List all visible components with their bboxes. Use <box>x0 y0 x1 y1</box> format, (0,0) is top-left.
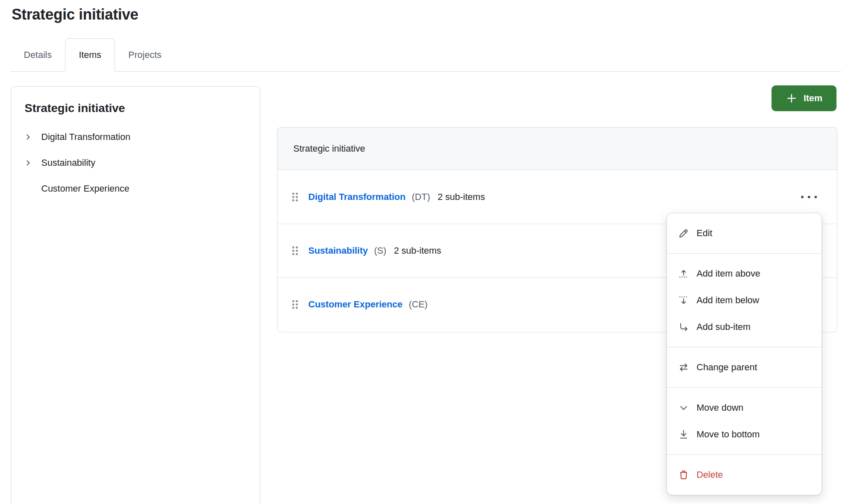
menu-item-label: Edit <box>697 228 712 239</box>
page-title: Strategic initiative <box>12 6 138 23</box>
add-item-button[interactable]: Item <box>772 85 837 111</box>
tree-item-label: Digital Transformation <box>41 132 130 142</box>
menu-item-label: Add item below <box>697 295 759 306</box>
tree-item-sustainability[interactable]: Sustainability <box>25 150 247 176</box>
menu-item-label: Delete <box>697 469 723 480</box>
menu-item-add-item-above[interactable]: Add item above <box>667 260 822 287</box>
menu-item-label: Change parent <box>697 362 757 373</box>
item-link[interactable]: Sustainability <box>308 245 368 256</box>
menu-group: Add item above Add item below Add sub-it… <box>667 253 822 347</box>
menu-item-label: Move to bottom <box>697 429 760 440</box>
chevron-right-icon[interactable] <box>25 133 41 141</box>
chevron-down-icon <box>678 402 689 414</box>
tree-item-digital-transformation[interactable]: Digital Transformation <box>25 124 247 150</box>
tab-projects[interactable]: Projects <box>115 38 175 71</box>
item-subitems-count: 2 sub-items <box>394 245 441 256</box>
plus-icon <box>786 92 797 104</box>
item-link[interactable]: Digital Transformation <box>308 192 405 202</box>
row-context-menu: Edit Add item above Add item below Add s… <box>667 213 822 495</box>
kebab-menu-icon[interactable] <box>798 188 820 206</box>
tree-panel: Strategic initiative Digital Transformat… <box>11 86 260 504</box>
drag-handle-icon[interactable] <box>290 298 308 311</box>
menu-group: Delete <box>667 454 822 495</box>
item-code: (S) <box>374 245 386 256</box>
tab-items[interactable]: Items <box>65 38 115 72</box>
item-code: (CE) <box>409 299 427 310</box>
insert-below-icon <box>678 294 689 306</box>
item-link[interactable]: Customer Experience <box>308 299 402 310</box>
menu-item-add-item-below[interactable]: Add item below <box>667 287 822 314</box>
menu-item-add-sub-item[interactable]: Add sub-item <box>667 314 822 340</box>
trash-icon <box>678 469 689 481</box>
menu-item-edit[interactable]: Edit <box>667 220 822 247</box>
menu-group: Edit <box>667 213 822 253</box>
tab-bar: Details Items Projects <box>10 38 841 72</box>
menu-item-delete[interactable]: Delete <box>667 462 822 488</box>
tree-panel-heading: Strategic initiative <box>25 102 247 115</box>
menu-group: Change parent <box>667 347 822 387</box>
drag-handle-icon[interactable] <box>290 191 308 203</box>
tree-item-label: Customer Experience <box>41 183 130 194</box>
menu-item-move-to-bottom[interactable]: Move to bottom <box>667 421 822 448</box>
items-table-header-label: Strategic initiative <box>293 143 365 154</box>
tab-details[interactable]: Details <box>10 38 65 71</box>
add-item-button-label: Item <box>804 93 822 104</box>
item-subitems-count: 2 sub-items <box>437 192 485 202</box>
menu-group: Move down Move to bottom <box>667 387 822 454</box>
pencil-icon <box>678 227 689 239</box>
sub-item-arrow-icon <box>678 321 689 333</box>
insert-above-icon <box>678 268 689 279</box>
menu-item-move-down[interactable]: Move down <box>667 394 822 421</box>
menu-item-change-parent[interactable]: Change parent <box>667 354 822 381</box>
menu-item-label: Add item above <box>697 268 760 279</box>
drag-handle-icon[interactable] <box>290 245 308 257</box>
swap-arrows-icon <box>678 362 689 373</box>
tree-item-customer-experience[interactable]: Customer Experience <box>25 176 247 202</box>
chevron-right-icon[interactable] <box>25 159 41 167</box>
menu-item-label: Add sub-item <box>697 322 751 332</box>
move-to-bottom-icon <box>678 429 689 440</box>
items-table-header: Strategic initiative <box>277 127 837 170</box>
tree-item-label: Sustainability <box>41 157 95 168</box>
menu-item-label: Move down <box>697 402 744 413</box>
item-code: (DT) <box>412 192 430 202</box>
